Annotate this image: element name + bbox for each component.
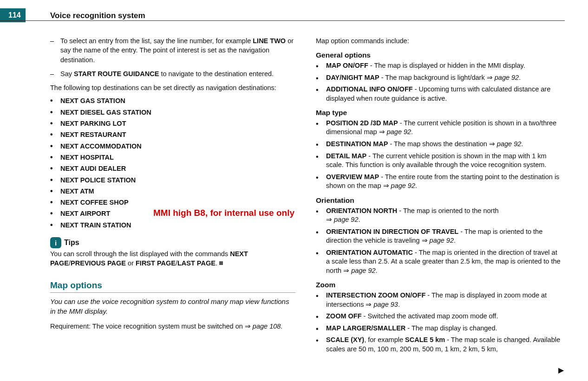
list-item: MAP ON/OFF - The map is displayed or hid… <box>316 61 561 71</box>
list-item: DAY/NIGHT MAP - The map background is li… <box>316 73 561 83</box>
continue-arrow-icon: ▶ <box>558 365 564 375</box>
list-item: MAP LARGER/SMALLER - The map display is … <box>316 324 561 333</box>
list-item: NEXT TRAIN STATION <box>50 220 295 230</box>
sub-heading-orientation: Orientation <box>316 195 561 206</box>
sub-heading-maptype: Map type <box>316 108 561 118</box>
instruction-item: – To select an entry from the list, say … <box>50 36 295 65</box>
chapter-title: Voice recognition system <box>50 10 145 21</box>
sub-heading-zoom: Zoom <box>316 280 561 290</box>
requirement-text: Requirement: The voice recognition syste… <box>50 322 295 331</box>
tips-text: You can scroll through the list displaye… <box>50 249 295 268</box>
zoom-list: INTERSECTION ZOOM ON/OFF - The map is di… <box>316 291 561 354</box>
list-item: NEXT ACCOMMODATION <box>50 142 295 151</box>
list-item: DETAIL MAP - The current vehicle positio… <box>316 152 561 170</box>
list-item: ADDITIONAL INFO ON/OFF - Upcoming turns … <box>316 85 561 103</box>
instruction-text: To select an entry from the list, say th… <box>60 36 295 65</box>
list-item: NEXT AUDI DEALER <box>50 164 295 173</box>
list-item: SCALE (XY), for example SCALE 5 km - The… <box>316 336 561 354</box>
tips-label: Tips <box>64 238 79 248</box>
sub-heading-general: General options <box>316 50 561 60</box>
info-icon: i <box>50 237 61 248</box>
general-options-list: MAP ON/OFF - The map is displayed or hid… <box>316 61 561 103</box>
instruction-list: – To select an entry from the list, say … <box>50 36 295 78</box>
list-item: INTERSECTION ZOOM ON/OFF - The map is di… <box>316 291 561 309</box>
list-item: NEXT HOSPITAL <box>50 153 295 162</box>
list-item: DESTINATION MAP - The map shows the dest… <box>316 140 561 149</box>
watermark: MMI high B8, for internal use only <box>153 207 294 220</box>
page-content: – To select an entry from the list, say … <box>50 36 561 381</box>
dash-marker: – <box>50 36 60 65</box>
list-item: NEXT RESTAURANT <box>50 130 295 139</box>
maptype-list: POSITION 2D /3D MAP - The current vehicl… <box>316 119 561 191</box>
list-item: POSITION 2D /3D MAP - The current vehicl… <box>316 119 561 137</box>
list-item: NEXT GAS STATION <box>50 96 295 105</box>
tips-heading: i Tips <box>50 237 295 248</box>
list-item: OVERVIEW MAP - The entire route from the… <box>316 173 561 191</box>
list-item: NEXT POLICE STATION <box>50 175 295 185</box>
list-item: ORIENTATION IN DIRECTION OF TRAVEL - The… <box>316 227 561 245</box>
orientation-list: ORIENTATION NORTH - The map is oriented … <box>316 207 561 276</box>
list-item: ORIENTATION NORTH - The map is oriented … <box>316 207 561 225</box>
list-item: ZOOM OFF - Switched the activated map zo… <box>316 312 561 321</box>
dash-marker: – <box>50 69 60 78</box>
list-item: NEXT ATM <box>50 187 295 196</box>
section-intro: You can use the voice recognition system… <box>50 297 295 316</box>
paragraph: Map option commands include: <box>316 36 561 45</box>
list-item: ORIENTATION AUTOMATIC - The map is orien… <box>316 248 561 276</box>
list-item: NEXT DIESEL GAS STATION <box>50 108 295 117</box>
header-rule <box>0 20 565 21</box>
instruction-item: – Say START ROUTE GUIDANCE to navigate t… <box>50 69 295 78</box>
list-item: NEXT PARKING LOT <box>50 119 295 128</box>
instruction-text: Say START ROUTE GUIDANCE to navigate to … <box>60 69 295 78</box>
right-column: Map option commands include: General opt… <box>316 36 561 381</box>
end-marker-icon <box>219 261 223 265</box>
list-item: NEXT COFFEE SHOP <box>50 198 295 207</box>
section-heading-map-options: Map options <box>50 279 295 293</box>
paragraph: The following top destinations can be se… <box>50 83 295 92</box>
